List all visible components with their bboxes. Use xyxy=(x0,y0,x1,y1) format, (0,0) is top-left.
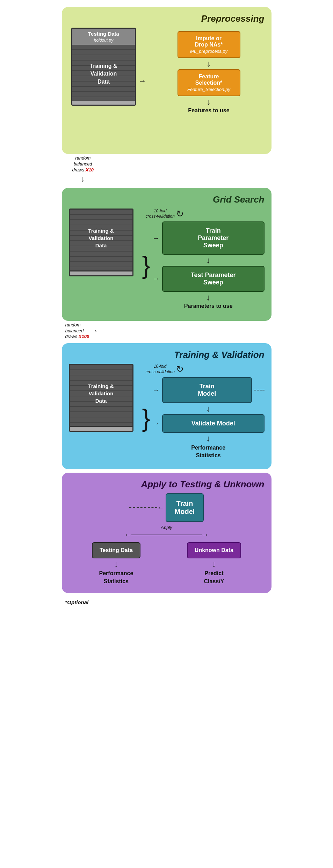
draws-x100-label: randombalanceddraws X100 xyxy=(65,322,89,340)
testing-data-col: Testing Data ↓ PerformanceStatistics xyxy=(92,542,140,585)
draws-x10-label: randombalanceddraws X10 xyxy=(72,155,94,173)
arrow-right-apply: → xyxy=(202,531,209,539)
tr-data-footer xyxy=(69,427,133,432)
impute-subtitle: ML_preprocess.py xyxy=(184,49,234,54)
draws-x100-area: randombalanceddraws X100 → xyxy=(62,322,272,340)
arrow-down-tr-2: ↓ xyxy=(206,434,210,443)
line-left-apply xyxy=(131,535,166,535)
apply-arrows-row: ← → xyxy=(69,531,265,539)
optional-note: *Optional xyxy=(62,599,89,605)
training-title: Training & Validation xyxy=(69,350,265,360)
tr-data-lines: Training &ValidationData xyxy=(69,364,133,427)
draws-x100-col: randombalanceddraws X100 → xyxy=(65,322,99,340)
tr-boxes-col: → Train Model ↓ → Validate M xyxy=(152,377,265,460)
training-section: Training & Validation Training &Validati… xyxy=(62,343,272,469)
x100-label: X100 xyxy=(79,334,89,339)
features-to-use: Features to use xyxy=(188,107,229,114)
feature-subtitle: Feature_Selection.py xyxy=(184,87,234,92)
arrow-down-tr: ↓ xyxy=(206,404,210,413)
arrow-right-tr-2: → xyxy=(152,419,159,428)
arrow-down-gs-2: ↓ xyxy=(206,293,210,302)
tr-training-label: Training &ValidationData xyxy=(70,365,132,404)
tr-right-area: 10-foldcross-validation ↻ } → Train Mode… xyxy=(142,364,265,459)
training-content: Training &ValidationData 10-foldcross-va… xyxy=(69,364,265,459)
unknown-data-box: Unknown Data xyxy=(187,542,241,558)
apply-content: ← Train Model Apply ← → xyxy=(69,493,265,585)
preproc-right: Impute or Drop NAs* ML_preprocess.py ↓ F… xyxy=(153,28,265,114)
arrow-to-preproc: → xyxy=(139,77,146,86)
right-arrow-preproc: → xyxy=(139,77,146,86)
gs-training-label: Training &ValidationData xyxy=(70,210,132,249)
holdout-label: holdout.py xyxy=(94,38,113,43)
gs-data-footer xyxy=(69,271,133,276)
params-to-use: Parameters to use xyxy=(184,303,233,309)
cv-label-gs: 10-foldcross-validation xyxy=(146,209,175,219)
tr-data-block: Training &ValidationData xyxy=(69,364,133,432)
gridsearch-section: Grid Search Training &ValidationData 10-… xyxy=(62,188,272,321)
performance-stats-tr: PerformanceStatistics xyxy=(191,444,225,460)
brace-tr: } xyxy=(142,406,150,430)
gs-right-area: 10-foldcross-validation ↻ } → Train Para… xyxy=(142,209,265,309)
gs-train-row: → Train Parameter Sweep xyxy=(152,221,265,255)
data-block-footer-preproc xyxy=(71,101,136,106)
apply-bottom-row: Testing Data ↓ PerformanceStatistics Unk… xyxy=(69,542,265,585)
tr-boxes-row: } → Train Model ↓ xyxy=(142,377,265,460)
tr-train-row: → Train Model xyxy=(152,377,265,403)
unknown-data-col: Unknown Data ↓ PredictClass/Y xyxy=(187,542,241,585)
arrow-right-tr-1: → xyxy=(152,386,159,394)
arrow-down-unknown: ↓ xyxy=(212,560,216,568)
cv-label-tr: 10-foldcross-validation xyxy=(146,364,175,375)
predict-label: PredictClass/Y xyxy=(204,570,224,585)
test-sweep-box: Test Parameter Sweep xyxy=(162,266,265,292)
validate-model-box: Validate Model xyxy=(162,414,265,433)
gs-boxes-col: → Train Parameter Sweep ↓ → Test Paramet… xyxy=(152,221,265,309)
arrow-down-draws-x10: ↓ xyxy=(81,175,85,183)
draws-x10-area: randombalanceddraws X10 ↓ xyxy=(62,155,272,184)
arrow-right-x100: → xyxy=(91,326,98,336)
train-sweep-box: Train Parameter Sweep xyxy=(162,221,265,255)
gs-boxes-row: } → Train Parameter Sweep ↓ → xyxy=(142,221,265,309)
testing-data-label: Testing Data holdout.py xyxy=(71,28,136,45)
arrow-down-testing: ↓ xyxy=(114,560,118,568)
apply-fork-area: Apply ← → xyxy=(69,525,265,539)
draws-x10-col: randombalanceddraws X10 ↓ xyxy=(72,155,94,184)
preprocessing-title: Preprocessing xyxy=(69,13,265,24)
testing-data-apply-box: Testing Data xyxy=(92,542,140,558)
arrow-right-gs-2: → xyxy=(152,275,159,283)
tr-validate-row: → Validate Model xyxy=(152,414,265,433)
preprocessing-content: Testing Data holdout.py Training &Valida… xyxy=(69,28,265,114)
x10-label: X10 xyxy=(86,167,94,172)
performance-stats-apply: PerformanceStatistics xyxy=(99,570,133,585)
apply-title: Apply to Testing & Unknown xyxy=(69,479,265,490)
gs-test-row: → Test Parameter Sweep xyxy=(152,266,265,292)
gs-data-lines: Training &ValidationData xyxy=(69,209,133,271)
arrow-left-apply: ← xyxy=(124,531,131,539)
apply-label: Apply xyxy=(161,525,172,530)
brace-gs: } xyxy=(142,253,150,277)
gridsearch-content: Training &ValidationData 10-foldcross-va… xyxy=(69,209,265,309)
training-validation-label-preproc: Training &ValidationData xyxy=(72,45,135,86)
arrow-right-gs-1: → xyxy=(152,234,159,242)
arrow-left-dashed: ← xyxy=(157,504,164,512)
preprocessing-section: Preprocessing Testing Data holdout.py Tr… xyxy=(62,7,272,154)
cv-loop-arrow-tr: ↻ xyxy=(176,364,184,375)
draws-x100-row: randombalanceddraws X100 → xyxy=(65,322,99,340)
gs-left: Training &ValidationData xyxy=(69,209,139,276)
arrow-down-1: ↓ xyxy=(207,59,211,68)
preproc-left: Testing Data holdout.py Training &Valida… xyxy=(69,28,139,106)
apply-train-model-row: ← Train Model xyxy=(69,493,265,522)
cv-row-tr: 10-foldcross-validation ↻ xyxy=(146,364,184,375)
testing-data-block: Testing Data holdout.py Training &Valida… xyxy=(71,28,136,106)
training-data-lines: Training &ValidationData xyxy=(71,45,136,101)
apply-section: Apply to Testing & Unknown ← Train Model… xyxy=(62,473,272,593)
dashed-arrow-in xyxy=(129,507,157,508)
tr-left: Training &ValidationData xyxy=(69,364,139,432)
impute-box: Impute or Drop NAs* ML_preprocess.py xyxy=(178,31,240,58)
main-container: Preprocessing Testing Data holdout.py Tr… xyxy=(62,7,272,854)
cv-row: 10-foldcross-validation ↻ xyxy=(146,209,184,219)
arrow-down-2: ↓ xyxy=(207,98,211,106)
line-right-apply xyxy=(167,535,202,535)
arrow-down-gs: ↓ xyxy=(206,256,210,264)
apply-train-model-box: Train Model xyxy=(166,493,204,522)
dashed-right-tr xyxy=(254,390,265,390)
